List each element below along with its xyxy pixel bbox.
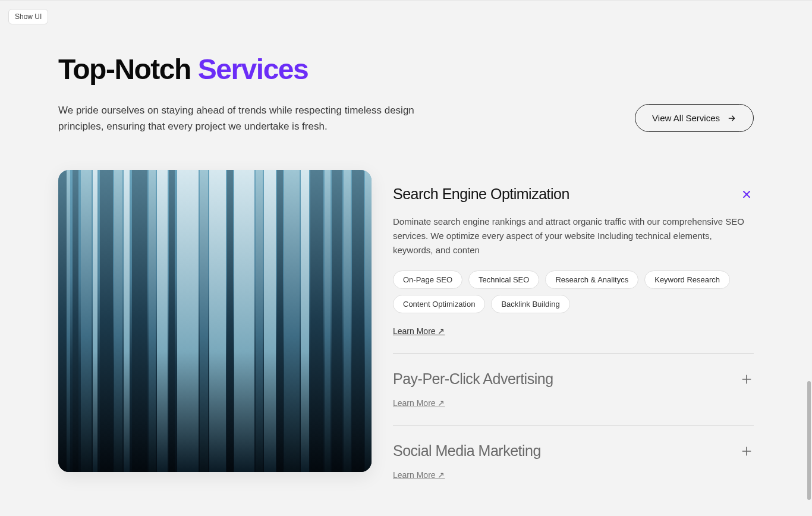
svg-rect-22 [301,170,309,472]
svg-rect-21 [284,170,300,472]
svg-rect-11 [157,170,168,472]
view-all-button[interactable]: View All Services [635,104,754,132]
svg-rect-27 [352,170,364,472]
svg-rect-10 [149,170,156,472]
svg-rect-16 [227,170,233,472]
learn-more-link[interactable]: Learn More ↗ [393,398,445,408]
service-title: Search Engine Optimization [393,185,569,203]
svg-rect-12 [169,170,175,472]
svg-rect-23 [310,170,323,472]
svg-rect-25 [332,170,342,472]
svg-rect-28 [365,170,372,472]
svg-rect-17 [234,170,254,472]
plus-icon[interactable] [739,372,754,386]
section-heading: Top-Notch Services [58,54,754,86]
svg-rect-5 [93,170,97,472]
tag: Technical SEO [468,270,539,289]
scrollbar-thumb[interactable] [807,381,811,500]
svg-rect-3 [73,170,78,472]
learn-more-link[interactable]: Learn More ↗ [393,470,445,480]
service-item-header[interactable]: Search Engine Optimization [393,185,754,203]
svg-rect-2 [67,170,70,472]
svg-rect-15 [209,170,226,472]
view-all-label: View All Services [652,113,720,123]
services-accordion: Search Engine Optimization Dominate sear… [393,170,754,514]
show-ui-button[interactable]: Show UI [8,9,48,24]
svg-rect-14 [200,170,208,472]
svg-rect-19 [264,170,276,472]
svg-rect-26 [344,170,351,472]
svg-rect-20 [277,170,283,472]
service-item-seo: Search Engine Optimization Dominate sear… [393,185,754,354]
svg-rect-13 [177,170,199,472]
service-item-ppc: Pay-Per-Click Advertising Learn More ↗ [393,370,754,426]
svg-rect-8 [124,170,130,472]
tag: Content Optimization [393,295,485,313]
svg-rect-24 [325,170,331,472]
tag: On-Page SEO [393,270,462,289]
svg-rect-1 [58,170,67,472]
section-subtitle: We pride ourselves on staying ahead of t… [58,102,415,134]
service-image [58,170,372,472]
service-tags: On-Page SEO Technical SEO Research & Ana… [393,270,754,313]
title-part-2-accent: Services [198,54,309,85]
tag: Keyword Research [644,270,730,289]
service-title: Pay-Per-Click Advertising [393,370,553,388]
svg-rect-7 [114,170,122,472]
arrow-right-icon [727,114,737,123]
service-item-header[interactable]: Social Media Marketing [393,442,754,460]
service-item-smm: Social Media Marketing Learn More ↗ [393,442,754,497]
svg-rect-18 [256,170,263,472]
service-title: Social Media Marketing [393,442,541,460]
tag: Backlink Building [491,295,569,313]
close-icon[interactable] [739,187,754,202]
svg-rect-4 [81,170,92,472]
svg-rect-6 [100,170,113,472]
learn-more-link[interactable]: Learn More ↗ [393,326,445,336]
tag: Research & Analitycs [545,270,638,289]
service-item-header[interactable]: Pay-Per-Click Advertising [393,370,754,388]
plus-icon[interactable] [739,444,754,458]
svg-rect-9 [132,170,147,472]
title-part-1: Top-Notch [58,54,198,85]
service-description: Dominate search engine rankings and attr… [393,215,750,257]
